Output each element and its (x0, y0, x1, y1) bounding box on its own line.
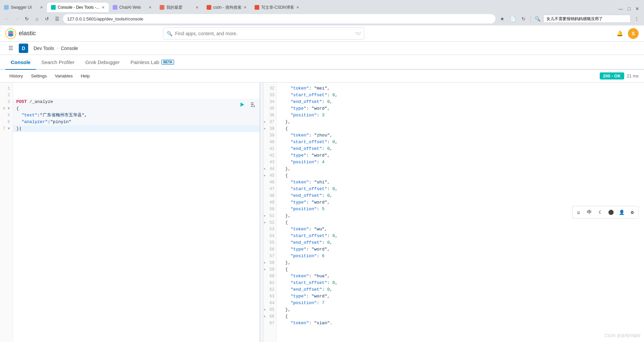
extension-search[interactable]: 🔍 (533, 14, 542, 23)
line-num-7: 7 ▼ (0, 125, 13, 132)
resp-line-67: 67 (263, 320, 276, 327)
resp-line-32: 32 (263, 85, 276, 92)
browser-chrome: Swagger UI ✕ Console - Dev Tools -... ✕ … (0, 0, 644, 25)
tab-csdn-search-close[interactable]: ✕ (244, 5, 247, 10)
sub-nav-history[interactable]: History (5, 70, 27, 82)
response-line-numbers: 32 33 34 35 36 ▶37 ▶38 39 40 41 42 43 ▶4… (263, 82, 277, 342)
notifications-btn[interactable]: 🔔 (614, 28, 625, 39)
run-btn[interactable] (238, 101, 246, 109)
resp-content-46: "token": "shi", (277, 179, 644, 186)
line-num-2: 2 (0, 92, 13, 99)
console-tabs: Console Search Profiler Grok Debugger Pa… (0, 55, 644, 70)
divider-handle: ⋮ (260, 211, 263, 214)
response-toolbar: ☑ 中 ☾ ⚫ 👤 ⚙ (572, 206, 639, 219)
breadcrumb-d-icon[interactable]: D (19, 44, 28, 53)
tab-csdn-search[interactable]: csdn - 搜狗搜索 ✕ (203, 3, 251, 12)
resp-line-37: ▶37 (263, 119, 276, 125)
tab-chatai-close[interactable]: ✕ (149, 5, 152, 10)
resp-line-34: 34 (263, 99, 276, 105)
resp-content-57: "position": 6 (277, 253, 644, 260)
tab-painless-lab[interactable]: Painless Lab BETA (125, 55, 179, 70)
tab-console-main[interactable]: Console (5, 55, 36, 70)
resp-line-33: 33 (263, 92, 276, 99)
tab-chatai[interactable]: ChatAI Web ✕ (109, 3, 156, 12)
resp-line-38: ▶38 (263, 125, 276, 132)
resp-content-55: "end_offset": 0, (277, 239, 644, 246)
tab-swagger[interactable]: Swagger UI ✕ (0, 3, 47, 12)
tab-zuiai[interactable]: 我的最爱 ✕ (156, 3, 203, 12)
resp-content-38: { (277, 125, 644, 132)
user-avatar-btn[interactable]: S (628, 28, 639, 39)
home-btn[interactable]: ⌂ (33, 15, 41, 23)
tab-console-close[interactable]: ✕ (102, 5, 105, 10)
editor-code-content[interactable]: POST /_analyze { "text":"广东省梅州市五华县", "an… (13, 82, 260, 342)
tab-search-profiler[interactable]: Search Profiler (36, 55, 80, 70)
code-line-3: POST /_analyze (13, 99, 260, 105)
sub-nav-settings[interactable]: Settings (27, 70, 51, 82)
tab-swagger-close[interactable]: ✕ (40, 5, 43, 10)
resp-content-37: }, (277, 119, 644, 125)
sub-nav-variables[interactable]: Variables (51, 70, 76, 82)
beta-badge: BETA (161, 60, 174, 65)
tab-csdn-blog-close[interactable]: ✕ (296, 5, 299, 10)
tab-zuiai-close[interactable]: ✕ (196, 5, 199, 10)
back-history-btn[interactable]: ↺ (43, 15, 51, 23)
tab-zuiai-title: 我的最爱 (166, 5, 194, 10)
console-favicon (51, 5, 56, 10)
bookmarks-btn[interactable]: ☰ (53, 15, 61, 23)
copy-as-curl-btn[interactable] (248, 101, 256, 109)
elastic-header-actions: 🔔 S (614, 28, 639, 39)
read-mode-btn[interactable]: 📄 (508, 14, 518, 23)
star-btn[interactable]: ★ (497, 14, 507, 23)
resp-content-33: "start_offset": 0, (277, 92, 644, 99)
tab-csdn-blog[interactable]: 写文章-CSDN博客 ✕ (251, 3, 303, 12)
line-num-5: 5 (0, 112, 13, 119)
color-scheme-btn[interactable]: ⚫ (606, 208, 615, 217)
main-content: 1 2 3 4 ▼ 5 6 7 ▼ POST /_analyze { "text… (0, 82, 644, 342)
editor-panel: 1 2 3 4 ▼ 5 6 7 ▼ POST /_analyze { "text… (0, 82, 260, 342)
resp-content-49: "type": "word", (277, 199, 644, 206)
svg-point-3 (8, 34, 13, 37)
dark-mode-btn[interactable]: ☾ (595, 208, 605, 217)
resp-content-52: { (277, 219, 644, 226)
copy-response-btn[interactable]: ☑ (574, 208, 583, 217)
forward-btn[interactable]: → (13, 15, 21, 23)
refresh-btn[interactable]: ↻ (23, 15, 31, 23)
resp-content-66: { (277, 313, 644, 320)
resp-line-55: 55 (263, 239, 276, 246)
tab-console[interactable]: Console - Dev Tools -... ✕ (47, 3, 109, 12)
hamburger-btn[interactable]: ☰ (5, 43, 16, 54)
maximize-btn[interactable]: □ (626, 5, 633, 12)
sub-nav-help[interactable]: Help (77, 70, 94, 82)
browser-search-input[interactable] (543, 15, 631, 23)
close-btn[interactable]: ✕ (633, 5, 641, 12)
resp-line-45: ▶45 (263, 172, 276, 179)
resp-line-46: 46 (263, 179, 276, 186)
breadcrumb-console[interactable]: Console (58, 46, 80, 51)
resp-content-60: "token": "hua", (277, 273, 644, 280)
minimize-btn[interactable]: — (616, 5, 625, 12)
code-line-7: }| (13, 125, 260, 132)
breadcrumb-dev-tools[interactable]: Dev Tools (31, 46, 57, 51)
lang-btn[interactable]: 中 (585, 208, 594, 217)
sync-btn[interactable]: ↻ (519, 14, 528, 23)
csdn-search-favicon (207, 5, 211, 10)
chatai-favicon (113, 5, 117, 10)
resp-line-58: ▶58 (263, 260, 276, 266)
settings-response-btn[interactable]: ⚙ (628, 208, 637, 217)
tab-grok-debugger[interactable]: Grok Debugger (80, 55, 125, 70)
address-input[interactable] (63, 14, 495, 23)
editor-body[interactable]: 1 2 3 4 ▼ 5 6 7 ▼ POST /_analyze { "text… (0, 82, 260, 342)
menu-btn[interactable]: ⋮ (632, 14, 641, 23)
elastic-search-input[interactable] (175, 31, 352, 36)
user-btn[interactable]: 👤 (617, 208, 626, 217)
resp-content-43: "position": 4 (277, 159, 644, 166)
csdn-blog-favicon (255, 5, 259, 10)
back-btn[interactable]: ← (3, 15, 11, 23)
resp-line-35: 35 (263, 105, 276, 112)
resp-line-53: 53 (263, 226, 276, 233)
resp-content-56: "type": "word", (277, 246, 644, 253)
tab-csdn-search-title: csdn - 搜狗搜索 (213, 5, 241, 10)
panel-divider[interactable]: ⋮ (260, 82, 263, 342)
line-num-3: 3 (0, 99, 13, 105)
